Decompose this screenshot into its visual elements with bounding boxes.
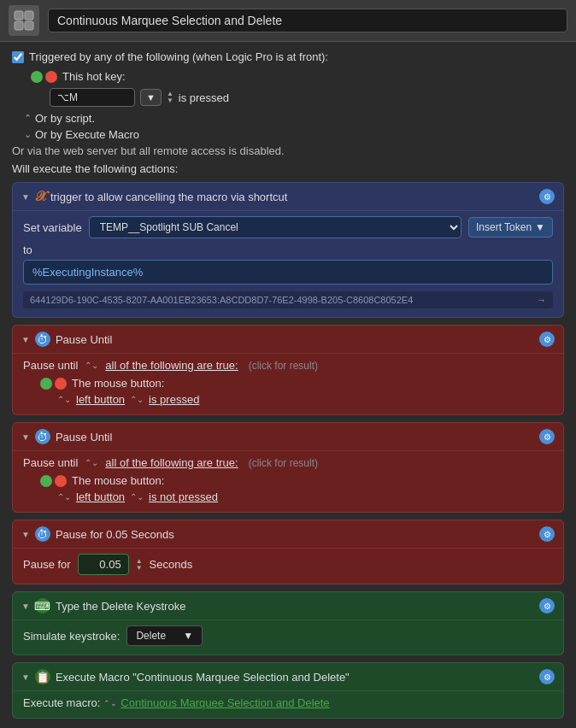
pause-until-label-2: Pause until <box>23 456 78 469</box>
add-hotkey-btn[interactable] <box>31 71 43 83</box>
block-body-6: Execute macro: ⌃⌄ Continuous Marquee Sel… <box>13 690 563 718</box>
will-execute-row: Will execute the following actions: <box>12 162 564 175</box>
left-btn-stepper-1[interactable]: ⌃⌄ <box>57 395 71 404</box>
mouse-label-1: The mouse button: <box>72 377 164 390</box>
remove-condition-btn-2[interactable] <box>55 475 67 487</box>
block-header-trigger-cancel: ▼ 𝒳 trigger to allow cancelling the macr… <box>13 183 563 210</box>
add-condition-btn-1[interactable] <box>40 378 52 390</box>
left-btn-stepper-2[interactable]: ⌃⌄ <box>57 492 71 502</box>
add-remove-btns <box>31 71 57 83</box>
title-bar: Continuous Marquee Selection and Delete <box>0 0 576 42</box>
exec-macro-arrow: ⌄ <box>24 129 32 140</box>
state-label-2[interactable]: is not pressed <box>149 490 218 503</box>
exec-macro-detail-label: Execute macro: <box>23 696 100 709</box>
pause-until-label-1: Pause until <box>23 359 78 372</box>
clock-icon-1: ⏱ <box>35 332 50 347</box>
uuid-text: 644129D6-190C-4535-8207-AA001EB23653:A8C… <box>30 295 533 305</box>
collapse-btn-6[interactable]: ▼ <box>21 672 30 682</box>
trigger-row: Triggered by any of the following (when … <box>12 50 564 63</box>
click-result-1[interactable]: (click for result) <box>249 360 318 372</box>
collapse-btn-5[interactable]: ▼ <box>21 602 30 611</box>
to-label: to <box>23 244 553 256</box>
var-name-select[interactable]: TEMP__Spotlight SUB Cancel <box>89 216 461 238</box>
left-btn-label-2[interactable]: left button <box>76 490 125 503</box>
block-title-4: Pause for 0.05 Seconds <box>56 528 534 541</box>
pause-for-label: Pause for <box>23 558 71 571</box>
block-title-3: Pause Until <box>56 431 534 443</box>
all-following-1[interactable]: all of the following are true: <box>105 359 238 372</box>
state-stepper-2[interactable]: ⌃⌄ <box>130 492 144 502</box>
keystroke-value: Delete <box>136 630 166 642</box>
pause-stepper-2[interactable]: ⌃⌄ <box>85 458 98 467</box>
block-body-2: Pause until ⌃⌄ all of the following are … <box>13 353 563 414</box>
state-label-1[interactable]: is pressed <box>149 393 199 406</box>
state-stepper-1[interactable]: ⌃⌄ <box>130 395 144 404</box>
remove-condition-btn-1[interactable] <box>55 378 67 390</box>
collapse-btn-3[interactable]: ▼ <box>21 432 30 442</box>
macro-title[interactable]: Continuous Marquee Selection and Delete <box>48 9 567 32</box>
exec-macro-stepper[interactable]: ⌃⌄ <box>103 699 117 707</box>
is-pressed-label: is pressed <box>179 91 229 104</box>
remove-hotkey-btn[interactable] <box>45 71 57 83</box>
action-execute-macro: ▼ 📋 Execute Macro "Continuous Marquee Se… <box>12 662 564 719</box>
trigger-label: Triggered by any of the following (when … <box>29 50 328 63</box>
seconds-stepper[interactable]: ▲ ▼ <box>136 558 143 572</box>
value-input[interactable] <box>23 260 553 285</box>
block-title-5: Type the Delete Keystroke <box>56 600 534 613</box>
mouse-btn-row-2: The mouse button: <box>40 474 553 487</box>
left-btn-label-1[interactable]: left button <box>76 393 125 406</box>
action-pause-until-2: ▼ ⏱ Pause Until ⚙ Pause until ⌃⌄ all of … <box>12 422 564 513</box>
block-title-6: Execute Macro "Continuous Marquee Select… <box>56 671 534 684</box>
gear-btn-5[interactable]: ⚙ <box>539 598 555 614</box>
hotkey-dropdown[interactable]: ▼ <box>140 89 162 106</box>
script-arrow: ⌃ <box>24 113 32 124</box>
svg-rect-2 <box>15 21 23 30</box>
collapse-btn-2[interactable]: ▼ <box>21 335 30 344</box>
clock-icon-2: ⏱ <box>35 429 50 444</box>
hotkey-input[interactable] <box>50 88 135 107</box>
add-condition-btn-2[interactable] <box>40 475 52 487</box>
uuid-row: 644129D6-190C-4535-8207-AA001EB23653:A8C… <box>23 291 553 308</box>
block-header-pause-2: ▼ ⏱ Pause Until ⚙ <box>13 423 563 450</box>
pressed-stepper[interactable]: ▲ ▼ <box>167 91 173 104</box>
x-icon: 𝒳 <box>35 189 45 204</box>
pause-stepper-1[interactable]: ⌃⌄ <box>85 361 98 370</box>
seconds-label: Seconds <box>150 558 193 571</box>
block-title-1: trigger to allow cancelling the macro vi… <box>50 191 534 203</box>
all-following-2[interactable]: all of the following are true: <box>105 456 238 469</box>
uuid-arrow[interactable]: → <box>537 295 546 305</box>
script-label[interactable]: Or by script. <box>35 112 95 125</box>
click-result-2[interactable]: (click for result) <box>249 457 318 469</box>
action-keystroke: ▼ ⌨ Type the Delete Keystroke ⚙ Simulate… <box>12 591 564 655</box>
gear-btn-2[interactable]: ⚙ <box>539 332 555 347</box>
svg-rect-3 <box>25 21 33 30</box>
trigger-checkbox[interactable] <box>12 51 24 63</box>
mouse-detail-row-1: ⌃⌄ left button ⌃⌄ is pressed <box>57 393 553 406</box>
mouse-detail-row-2: ⌃⌄ left button ⌃⌄ is not pressed <box>57 490 553 503</box>
set-var-label: Set variable <box>23 221 82 234</box>
insert-token-btn[interactable]: Insert Token ▼ <box>468 217 553 238</box>
exec-macro-name[interactable]: Continuous Marquee Selection and Delete <box>120 696 329 709</box>
hotkey-label: This hot key: <box>62 70 126 83</box>
simulate-label: Simulate keystroke: <box>23 630 120 643</box>
will-execute-label: Will execute the following actions: <box>12 162 178 175</box>
hotkey-input-row: ▼ ▲ ▼ is pressed <box>50 88 564 107</box>
collapse-btn-1[interactable]: ▼ <box>21 192 30 202</box>
gear-btn-3[interactable]: ⚙ <box>539 429 555 444</box>
seconds-input[interactable] <box>78 554 129 575</box>
gear-btn-4[interactable]: ⚙ <box>539 526 555 542</box>
collapse-btn-4[interactable]: ▼ <box>21 530 30 539</box>
keystroke-select[interactable]: Delete ▼ <box>126 625 203 646</box>
block-header-keystroke: ▼ ⌨ Type the Delete Keystroke ⚙ <box>13 592 563 619</box>
pause-for-row: Pause for ▲ ▼ Seconds <box>23 554 553 575</box>
mouse-btn-row-1: The mouse button: <box>40 377 553 390</box>
execute-macro-trigger-row: ⌄ Or by Execute Macro <box>24 128 564 141</box>
gear-btn-6[interactable]: ⚙ <box>539 669 555 684</box>
main-content: Triggered by any of the following (when … <box>0 42 576 728</box>
gear-btn-1[interactable]: ⚙ <box>539 189 555 204</box>
set-variable-row: Set variable TEMP__Spotlight SUB Cancel … <box>23 216 553 238</box>
pause-until-row-2: Pause until ⌃⌄ all of the following are … <box>23 456 553 469</box>
exec-macro-label[interactable]: Or by Execute Macro <box>35 128 139 141</box>
svg-rect-0 <box>15 11 23 20</box>
block-body-5: Simulate keystroke: Delete ▼ <box>13 619 563 655</box>
